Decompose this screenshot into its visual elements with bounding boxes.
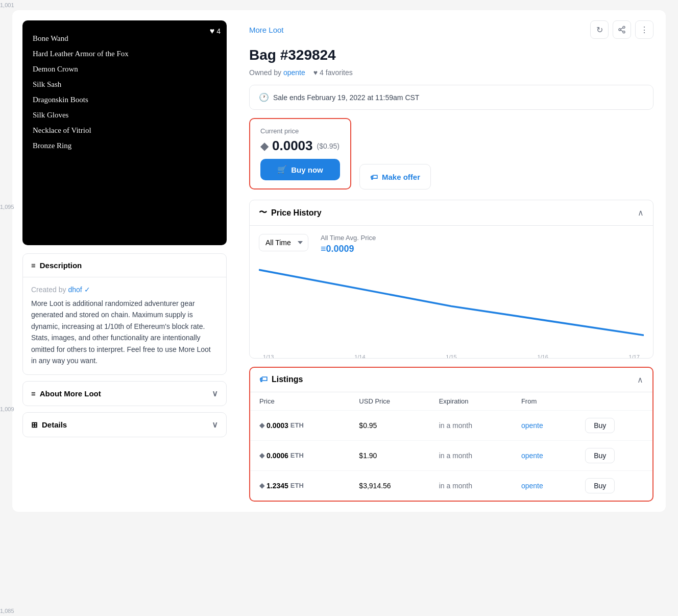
listings-tbody: ◆0.0003ETH$0.95in a monthopenteBuy◆0.000…	[250, 410, 652, 501]
eth-price: 0.0003	[272, 138, 313, 154]
x-label: 1/14	[354, 354, 365, 359]
page-title: Bag #329824	[249, 47, 653, 63]
nft-image-box: ♥ 4 Bone WandHard Leather Armor of the F…	[22, 20, 227, 245]
eth-unit: ETH	[290, 421, 304, 429]
more-button[interactable]: ⋮	[635, 20, 653, 39]
description-card: ≡ Description Created by dhof ✓ More Loo…	[22, 253, 227, 375]
about-header[interactable]: ≡ About More Loot ∨	[23, 382, 226, 406]
avg-price-value: ≡0.0009	[321, 244, 376, 254]
listings-col-header: Expiration	[430, 392, 512, 411]
from-cell: opente	[512, 410, 576, 440]
x-label: 1/15	[446, 354, 456, 359]
avg-price-label: All Time Avg. Price	[321, 234, 376, 242]
buy-cell: Buy	[576, 470, 652, 501]
price-cell: ◆1.2345ETH	[250, 470, 350, 501]
buy-listing-button[interactable]: Buy	[585, 448, 615, 463]
chevron-down-icon-2: ∨	[212, 420, 218, 430]
price-chart	[259, 263, 644, 350]
list-item: Dragonskin Boots	[33, 92, 216, 107]
verified-icon: ✓	[84, 286, 90, 294]
details-card: ⊞ Details ∨	[22, 412, 227, 437]
listings-table: PriceUSD PriceExpirationFrom ◆0.0003ETH$…	[250, 392, 652, 501]
seller-link[interactable]: opente	[521, 452, 543, 460]
listings-col-header: USD Price	[350, 392, 429, 411]
share-button[interactable]	[613, 20, 631, 39]
listings-tag-icon: 🏷	[259, 375, 268, 384]
listings-section: 🏷 Listings ∧ PriceUSD PriceExpirationFro…	[249, 367, 653, 502]
eth-unit: ETH	[290, 482, 304, 489]
eth-unit: ETH	[290, 452, 304, 459]
sale-banner: 🕐 Sale ends February 19, 2022 at 11:59am…	[249, 85, 653, 110]
svg-line-4	[621, 28, 623, 29]
details-header[interactable]: ⊞ Details ∨	[23, 413, 226, 437]
listings-col-header: From	[512, 392, 576, 411]
buy-cell: Buy	[576, 410, 652, 440]
owned-by-label: Owned by opente	[249, 68, 305, 77]
details-icon: ⊞	[31, 420, 38, 430]
tag-icon: 🏷	[370, 173, 378, 181]
seller-link[interactable]: opente	[521, 421, 543, 430]
listings-col-header: Price	[250, 392, 350, 411]
sale-label: Sale ends February 19, 2022 at 11:59am C…	[273, 93, 419, 102]
from-cell: opente	[512, 440, 576, 470]
eth-amount: 1.2345	[267, 482, 288, 490]
collection-name[interactable]: More Loot	[249, 26, 284, 34]
heart-icon-2: ♥	[313, 68, 318, 77]
make-offer-box: 🏷 Make offer	[359, 118, 431, 189]
avg-price-box: All Time Avg. Price ≡0.0009	[321, 234, 376, 254]
usd-price: ($0.95)	[317, 142, 340, 150]
list-item: Silk Sash	[33, 77, 216, 92]
buy-listing-button[interactable]: Buy	[585, 418, 615, 433]
favorites-count: ♥ 4 favorites	[313, 68, 353, 77]
creator-link[interactable]: dhof	[68, 286, 82, 294]
chart-area: 1/131/141/151/161/17	[259, 263, 644, 350]
list-item: Necklace of Vitriol	[33, 123, 216, 138]
price-amount: ◆ 0.0003 ($0.95)	[260, 138, 340, 154]
buy-now-button[interactable]: 🛒 Buy now	[260, 159, 340, 180]
price-history-body: All Time All Time Avg. Price ≡0.0009 1,0…	[250, 226, 653, 358]
top-bar: More Loot ↻ ⋮	[249, 20, 653, 39]
expiration-cell: in a month	[430, 470, 512, 501]
svg-point-2	[623, 31, 625, 33]
current-price-box: Current price ◆ 0.0003 ($0.95) 🛒 Buy now	[249, 118, 351, 189]
list-item: Hard Leather Armor of the Fox	[33, 46, 216, 61]
about-label: About More Loot	[40, 389, 101, 398]
table-row: ◆0.0003ETH$0.95in a monthopenteBuy	[250, 410, 652, 440]
eth-amount: 0.0006	[267, 452, 288, 460]
eth-icon: ◆	[260, 140, 268, 152]
seller-link[interactable]: opente	[521, 482, 543, 490]
owner-link[interactable]: opente	[283, 68, 305, 77]
menu-lines-icon: ≡	[31, 261, 36, 270]
favorite-badge[interactable]: ♥ 4	[210, 27, 221, 36]
about-card: ≡ About More Loot ∨	[22, 381, 227, 406]
chevron-up-icon: ∧	[638, 208, 644, 218]
x-axis-labels: 1/131/141/151/161/17	[259, 354, 644, 359]
buy-listing-button[interactable]: Buy	[585, 478, 615, 493]
fav-count: 4	[216, 27, 221, 35]
svg-point-1	[619, 29, 621, 31]
price-cell: ◆0.0006ETH	[250, 440, 350, 470]
eth-icon-small: ◆	[259, 452, 264, 459]
x-label: 1/16	[537, 354, 548, 359]
price-cell: ◆0.0003ETH	[250, 410, 350, 440]
refresh-button[interactable]: ↻	[590, 20, 609, 39]
expiration-cell: in a month	[430, 410, 512, 440]
description-body: Created by dhof ✓ More Loot is additiona…	[23, 277, 226, 374]
about-icon: ≡	[31, 389, 36, 398]
eth-icon-small: ◆	[259, 482, 264, 489]
time-filter-select[interactable]: All Time	[259, 234, 308, 251]
list-item: Bone Wand	[33, 31, 216, 46]
make-offer-button[interactable]: 🏷 Make offer	[359, 164, 431, 189]
description-text: More Loot is additional randomized adven…	[31, 298, 218, 366]
clock-icon: 🕐	[259, 92, 269, 102]
price-actions-row: Current price ◆ 0.0003 ($0.95) 🛒 Buy now	[249, 118, 653, 189]
listings-title: 🏷 Listings	[259, 375, 303, 384]
table-row: ◆1.2345ETH$3,914.56in a monthopenteBuy	[250, 470, 652, 501]
buy-cell: Buy	[576, 440, 652, 470]
x-label: 1/17	[629, 354, 640, 359]
svg-point-0	[623, 26, 625, 28]
x-label: 1/13	[263, 354, 274, 359]
usd-cell: $0.95	[350, 410, 429, 440]
eth-amount: 0.0003	[267, 421, 288, 430]
chevron-down-icon: ∨	[212, 389, 218, 398]
